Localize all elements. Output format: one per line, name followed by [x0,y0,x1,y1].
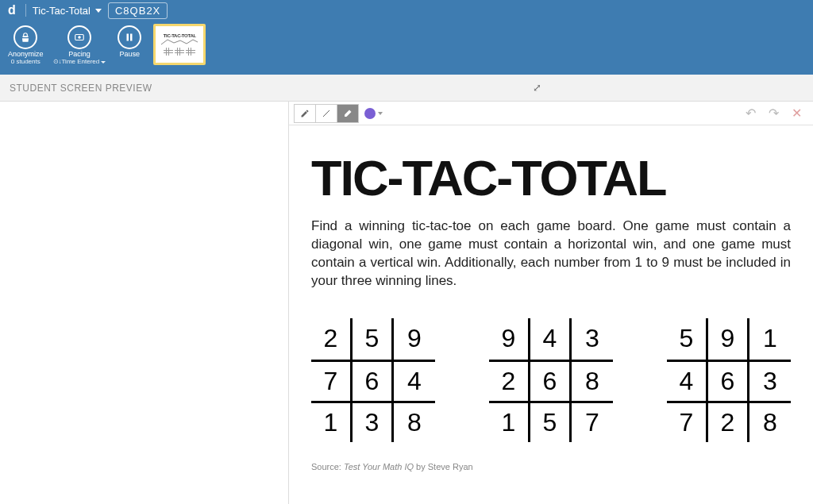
color-picker[interactable] [364,108,376,119]
slide-panel: ↶ ↷ ✕ TIC-TAC-TOTAL Find a winning tic-t… [288,102,813,504]
board-cell: 5 [667,318,708,360]
pacing-sublabel: ⊙↓Time Entered [53,59,106,66]
board-cell: 8 [749,401,791,442]
board-cell: 6 [708,360,749,401]
source-suffix: by Steve Ryan [414,462,473,471]
svg-line-4 [323,110,329,117]
left-space [0,102,288,504]
svg-point-1 [79,37,80,38]
pause-icon [118,25,141,49]
board-cell: 5 [353,318,394,360]
line-tool[interactable] [315,104,337,123]
board-cell: 3 [749,360,791,401]
slide-description: Find a winning tic-tac-toe on each game … [311,217,791,290]
activity-title: Tic-Tac-Total [33,5,91,17]
board-cell: 7 [572,401,613,442]
anonymize-icon [13,25,37,49]
slide-content: TIC-TAC-TOTAL Find a winning tic-tac-toe… [289,125,813,504]
pencil-tool[interactable] [294,104,316,123]
color-dropdown-caret[interactable] [378,112,383,115]
board-cell: 1 [489,401,530,442]
pause-label: Pause [120,51,141,59]
divider [25,4,26,17]
expand-icon[interactable]: ⤢ [533,82,541,94]
board-cell: 8 [572,360,613,401]
board-cell: 9 [708,318,749,360]
board-cell: 7 [667,401,708,442]
slide-thumbnail[interactable]: TIC-TAC-TOTAL [153,24,206,65]
source-title: Test Your Math IQ [344,462,414,471]
top-bar: d Tic-Tac-Total C8QB2X [0,0,813,21]
anonymize-button[interactable]: Anonymize 0 students [5,24,47,67]
app-logo[interactable]: d [5,3,19,17]
preview-label: STUDENT SCREEN PREVIEW [10,83,152,94]
board-cell: 3 [353,401,394,442]
game-boards: 259764138 943268157 591463728 [311,318,791,442]
svg-rect-2 [127,34,129,41]
board-cell: 5 [530,401,572,442]
board-2: 943268157 [489,318,613,442]
board-cell: 1 [311,401,353,442]
pause-button[interactable]: Pause [112,24,147,60]
board-cell: 4 [394,360,435,401]
source-prefix: Source: [311,462,344,471]
board-cell: 4 [667,360,708,401]
pacing-button[interactable]: Pacing ⊙↓Time Entered [50,24,110,67]
board-cell: 3 [572,318,613,360]
toolbar: Anonymize 0 students Pacing ⊙↓Time Enter… [0,21,813,75]
board-cell: 1 [749,318,791,360]
board-cell: 2 [489,360,530,401]
class-code[interactable]: C8QB2X [108,2,168,19]
board-cell: 7 [311,360,353,401]
pacing-icon [67,25,91,49]
undo-icon[interactable]: ↶ [739,106,762,121]
content-area: ↶ ↷ ✕ TIC-TAC-TOTAL Find a winning tic-t… [0,102,813,504]
board-cell: 9 [489,318,530,360]
close-icon[interactable]: ✕ [785,106,808,121]
caret-down-icon [95,9,102,13]
caret-down-icon [101,61,106,63]
redo-icon[interactable]: ↷ [762,106,785,121]
slide-title: TIC-TAC-TOTAL [311,149,791,206]
draw-toolbar: ↶ ↷ ✕ [289,102,813,125]
activity-title-dropdown[interactable]: Tic-Tac-Total [33,5,102,17]
thumb-chart-icon [160,38,199,46]
thumb-grids [164,48,195,56]
board-cell: 2 [311,318,353,360]
board-cell: 6 [353,360,394,401]
eraser-tool[interactable] [337,104,359,123]
svg-rect-3 [130,34,133,41]
board-cell: 8 [394,401,435,442]
board-1: 259764138 [311,318,435,442]
board-cell: 9 [394,318,435,360]
anonymize-sublabel: 0 students [11,59,40,66]
board-3: 591463728 [667,318,791,442]
source-citation: Source: Test Your Math IQ by Steve Ryan [311,462,791,471]
board-cell: 4 [530,318,572,360]
board-cell: 2 [708,401,749,442]
preview-bar: STUDENT SCREEN PREVIEW ⤢ [0,75,813,102]
board-cell: 6 [530,360,572,401]
